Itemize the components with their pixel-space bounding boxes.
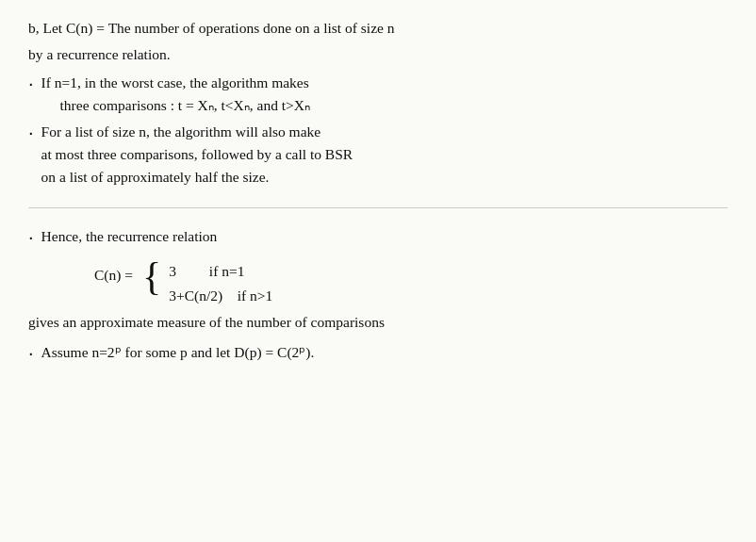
section-bottom: · Hence, the recurrence relation C(n) = … bbox=[28, 208, 728, 366]
assume-dot: · bbox=[28, 339, 34, 366]
bullet2-dot: · bbox=[28, 119, 34, 145]
recurrence-block: C(n) = { 3 if n=1 3+C(n/2) if n>1 bbox=[28, 255, 728, 307]
bullet2: · For a list of size n, the algorithm wi… bbox=[28, 121, 728, 189]
hence-text: Hence, the recurrence relation bbox=[41, 225, 728, 248]
hence-dot: · bbox=[28, 223, 34, 250]
assume-bullet: · Assume n=2ᵖ for some p and let D(p) = … bbox=[28, 341, 728, 366]
cases: 3 if n=1 3+C(n/2) if n>1 bbox=[169, 255, 272, 307]
case1: 3 if n=1 bbox=[169, 259, 272, 284]
bullet1-text: If n=1, in the worst case, the algorithm… bbox=[41, 72, 728, 117]
gives-line: gives an approximate measure of the numb… bbox=[28, 311, 728, 334]
bullet1: · If n=1, in the worst case, the algorit… bbox=[28, 72, 728, 117]
hence-bullet: · Hence, the recurrence relation bbox=[28, 225, 728, 250]
section-top: b, Let C(n) = The number of operations d… bbox=[28, 17, 728, 208]
bullet1-dot: · bbox=[28, 70, 34, 96]
brace-icon: { bbox=[142, 255, 161, 297]
case2: 3+C(n/2) if n>1 bbox=[169, 284, 272, 308]
header-line2: by a recurrence relation. bbox=[28, 43, 728, 66]
assume-text: Assume n=2ᵖ for some p and let D(p) = C(… bbox=[41, 341, 728, 364]
page: b, Let C(n) = The number of operations d… bbox=[0, 0, 756, 542]
header-line1: b, Let C(n) = The number of operations d… bbox=[28, 17, 728, 40]
bullet2-text: For a list of size n, the algorithm will… bbox=[41, 121, 728, 189]
cn-label: C(n) = bbox=[94, 255, 142, 284]
